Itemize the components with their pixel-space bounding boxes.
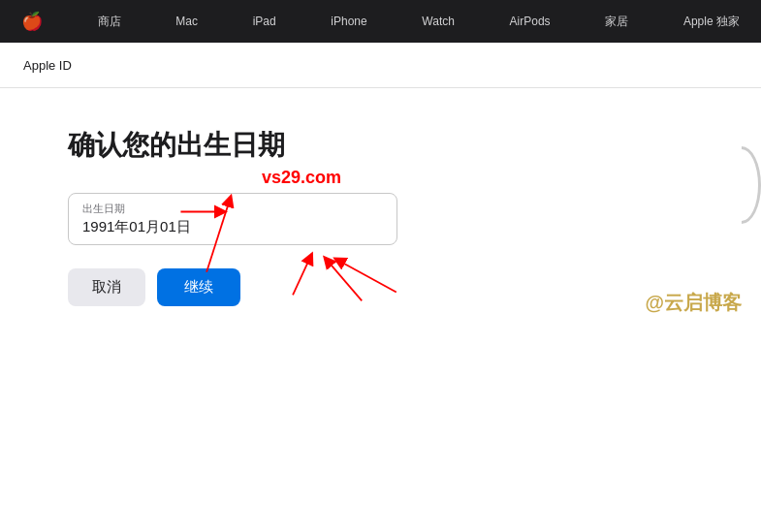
breadcrumb: Apple ID bbox=[0, 43, 761, 88]
form-group-dob: 出生日期 1991年01月01日 bbox=[68, 193, 514, 245]
nav-bar: 🍎 商店 Mac iPad iPhone Watch AirPods 家居 Ap… bbox=[0, 0, 761, 43]
nav-item-iphone[interactable]: iPhone bbox=[331, 15, 366, 28]
nav-item-home[interactable]: 家居 bbox=[605, 14, 628, 30]
nav-item-airpods[interactable]: AirPods bbox=[510, 15, 551, 28]
nav-item-watch[interactable]: Watch bbox=[422, 15, 455, 28]
right-circle-decoration bbox=[722, 146, 761, 224]
nav-items: 🍎 商店 Mac iPad iPhone Watch AirPods 家居 Ap… bbox=[21, 11, 740, 32]
buttons-row: 取消 继续 bbox=[68, 268, 514, 306]
nav-item-mac[interactable]: Mac bbox=[175, 15, 198, 28]
continue-button[interactable]: 继续 bbox=[157, 268, 240, 306]
dob-value: 1991年01月01日 bbox=[82, 218, 191, 235]
nav-item-ipad[interactable]: iPad bbox=[253, 15, 276, 28]
breadcrumb-text: Apple ID bbox=[23, 58, 72, 73]
apple-logo-icon[interactable]: 🍎 bbox=[21, 11, 43, 32]
dob-input-wrapper[interactable]: 出生日期 1991年01月01日 bbox=[68, 193, 397, 245]
left-section: 确认您的出生日期 出生日期 1991年01月01日 取消 继续 bbox=[68, 127, 514, 306]
content-wrapper: 确认您的出生日期 出生日期 1991年01月01日 取消 继续 bbox=[0, 88, 761, 335]
page-title: 确认您的出生日期 bbox=[68, 127, 514, 164]
nav-item-store[interactable]: 商店 bbox=[98, 14, 121, 30]
dob-label: 出生日期 bbox=[82, 202, 383, 216]
main-content: 确认您的出生日期 出生日期 1991年01月01日 取消 继续 bbox=[0, 88, 761, 335]
cancel-button[interactable]: 取消 bbox=[68, 268, 145, 306]
nav-item-apple-exclusive[interactable]: Apple 独家 bbox=[683, 14, 740, 30]
